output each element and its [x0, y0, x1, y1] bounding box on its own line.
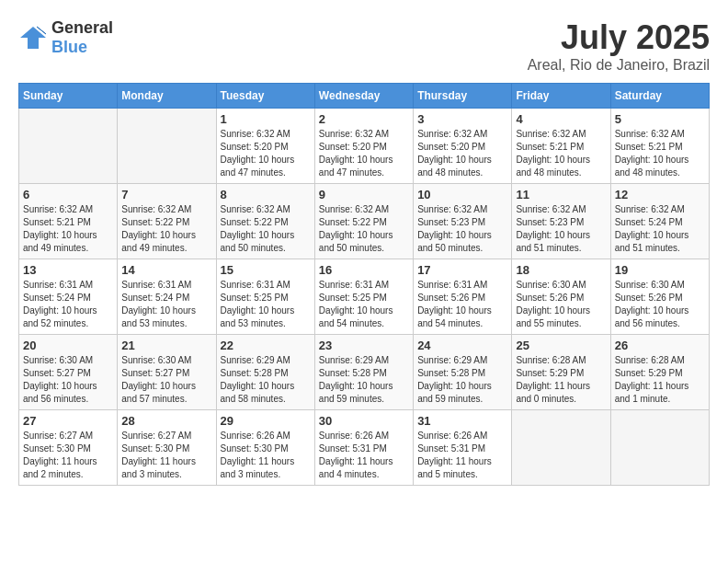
weekday-header: Thursday [414, 84, 512, 109]
calendar-cell [610, 410, 709, 486]
calendar-week-row: 1Sunrise: 6:32 AM Sunset: 5:20 PM Daylig… [19, 109, 710, 184]
day-number: 13 [23, 263, 113, 277]
title-area: July 2025 Areal, Rio de Janeiro, Brazil [528, 18, 710, 74]
logo: General Blue [18, 18, 113, 57]
day-info: Sunrise: 6:31 AM Sunset: 5:24 PM Dayligh… [121, 279, 211, 330]
calendar-cell: 9Sunrise: 6:32 AM Sunset: 5:22 PM Daylig… [314, 184, 413, 259]
day-number: 16 [319, 263, 409, 277]
calendar-cell: 4Sunrise: 6:32 AM Sunset: 5:21 PM Daylig… [512, 109, 610, 184]
calendar: SundayMondayTuesdayWednesdayThursdayFrid… [18, 83, 710, 486]
calendar-cell: 16Sunrise: 6:31 AM Sunset: 5:25 PM Dayli… [314, 259, 413, 335]
day-info: Sunrise: 6:32 AM Sunset: 5:20 PM Dayligh… [319, 128, 409, 179]
day-info: Sunrise: 6:27 AM Sunset: 5:30 PM Dayligh… [23, 430, 113, 481]
day-info: Sunrise: 6:32 AM Sunset: 5:23 PM Dayligh… [516, 203, 606, 255]
day-number: 17 [417, 263, 507, 277]
day-number: 28 [121, 414, 211, 428]
day-info: Sunrise: 6:30 AM Sunset: 5:27 PM Dayligh… [121, 354, 211, 406]
day-number: 2 [319, 112, 409, 126]
calendar-cell [19, 109, 118, 184]
calendar-cell: 11Sunrise: 6:32 AM Sunset: 5:23 PM Dayli… [512, 184, 610, 259]
day-number: 12 [615, 188, 705, 201]
day-number: 31 [417, 414, 507, 428]
calendar-cell: 7Sunrise: 6:32 AM Sunset: 5:22 PM Daylig… [118, 184, 216, 259]
day-info: Sunrise: 6:30 AM Sunset: 5:26 PM Dayligh… [516, 279, 606, 330]
day-info: Sunrise: 6:29 AM Sunset: 5:28 PM Dayligh… [221, 354, 311, 406]
calendar-week-row: 27Sunrise: 6:27 AM Sunset: 5:30 PM Dayli… [19, 410, 710, 486]
calendar-cell: 6Sunrise: 6:32 AM Sunset: 5:21 PM Daylig… [19, 184, 118, 259]
day-info: Sunrise: 6:28 AM Sunset: 5:29 PM Dayligh… [516, 354, 606, 406]
day-number: 3 [417, 112, 507, 126]
day-info: Sunrise: 6:31 AM Sunset: 5:25 PM Dayligh… [221, 279, 311, 330]
day-number: 27 [23, 414, 113, 428]
calendar-cell: 1Sunrise: 6:32 AM Sunset: 5:20 PM Daylig… [216, 109, 314, 184]
day-number: 15 [221, 263, 311, 277]
day-number: 9 [319, 188, 409, 201]
day-info: Sunrise: 6:31 AM Sunset: 5:26 PM Dayligh… [417, 279, 507, 330]
location-title: Areal, Rio de Janeiro, Brazil [528, 57, 710, 74]
day-number: 5 [615, 112, 705, 126]
month-title: July 2025 [528, 18, 710, 57]
day-number: 10 [417, 188, 507, 201]
calendar-cell: 17Sunrise: 6:31 AM Sunset: 5:26 PM Dayli… [414, 259, 512, 335]
calendar-cell: 22Sunrise: 6:29 AM Sunset: 5:28 PM Dayli… [216, 335, 314, 410]
day-info: Sunrise: 6:32 AM Sunset: 5:20 PM Dayligh… [417, 128, 507, 179]
svg-marker-0 [20, 27, 46, 49]
logo-icon [18, 25, 48, 51]
calendar-cell: 8Sunrise: 6:32 AM Sunset: 5:22 PM Daylig… [216, 184, 314, 259]
calendar-cell: 14Sunrise: 6:31 AM Sunset: 5:24 PM Dayli… [118, 259, 216, 335]
calendar-cell: 20Sunrise: 6:30 AM Sunset: 5:27 PM Dayli… [19, 335, 118, 410]
day-info: Sunrise: 6:31 AM Sunset: 5:25 PM Dayligh… [319, 279, 409, 330]
day-number: 1 [221, 112, 311, 126]
calendar-cell: 28Sunrise: 6:27 AM Sunset: 5:30 PM Dayli… [118, 410, 216, 486]
day-number: 29 [221, 414, 311, 428]
day-info: Sunrise: 6:27 AM Sunset: 5:30 PM Dayligh… [121, 430, 211, 481]
day-info: Sunrise: 6:29 AM Sunset: 5:28 PM Dayligh… [319, 354, 409, 406]
day-info: Sunrise: 6:31 AM Sunset: 5:24 PM Dayligh… [23, 279, 113, 330]
calendar-cell [118, 109, 216, 184]
header: General Blue July 2025 Areal, Rio de Jan… [18, 18, 710, 74]
weekday-header: Saturday [610, 84, 709, 109]
calendar-cell: 26Sunrise: 6:28 AM Sunset: 5:29 PM Dayli… [610, 335, 709, 410]
calendar-cell: 15Sunrise: 6:31 AM Sunset: 5:25 PM Dayli… [216, 259, 314, 335]
day-number: 11 [516, 188, 606, 201]
calendar-cell: 31Sunrise: 6:26 AM Sunset: 5:31 PM Dayli… [414, 410, 512, 486]
day-info: Sunrise: 6:32 AM Sunset: 5:24 PM Dayligh… [615, 203, 705, 255]
weekday-header: Sunday [19, 84, 118, 109]
day-number: 24 [417, 339, 507, 352]
calendar-cell: 24Sunrise: 6:29 AM Sunset: 5:28 PM Dayli… [414, 335, 512, 410]
day-info: Sunrise: 6:26 AM Sunset: 5:31 PM Dayligh… [417, 430, 507, 481]
day-info: Sunrise: 6:26 AM Sunset: 5:30 PM Dayligh… [221, 430, 311, 481]
day-number: 8 [221, 188, 311, 201]
calendar-cell: 12Sunrise: 6:32 AM Sunset: 5:24 PM Dayli… [610, 184, 709, 259]
day-info: Sunrise: 6:32 AM Sunset: 5:21 PM Dayligh… [23, 203, 113, 255]
calendar-cell: 5Sunrise: 6:32 AM Sunset: 5:21 PM Daylig… [610, 109, 709, 184]
calendar-cell: 13Sunrise: 6:31 AM Sunset: 5:24 PM Dayli… [19, 259, 118, 335]
day-number: 23 [319, 339, 409, 352]
logo-general: General [51, 18, 113, 37]
logo-blue: Blue [51, 38, 87, 56]
day-info: Sunrise: 6:30 AM Sunset: 5:26 PM Dayligh… [615, 279, 705, 330]
day-info: Sunrise: 6:32 AM Sunset: 5:22 PM Dayligh… [319, 203, 409, 255]
calendar-cell: 23Sunrise: 6:29 AM Sunset: 5:28 PM Dayli… [314, 335, 413, 410]
day-number: 21 [121, 339, 211, 352]
calendar-cell: 21Sunrise: 6:30 AM Sunset: 5:27 PM Dayli… [118, 335, 216, 410]
day-info: Sunrise: 6:29 AM Sunset: 5:28 PM Dayligh… [417, 354, 507, 406]
day-number: 30 [319, 414, 409, 428]
day-number: 4 [516, 112, 606, 126]
weekday-header: Tuesday [216, 84, 314, 109]
weekday-header: Monday [118, 84, 216, 109]
day-number: 7 [121, 188, 211, 201]
calendar-cell: 25Sunrise: 6:28 AM Sunset: 5:29 PM Dayli… [512, 335, 610, 410]
day-info: Sunrise: 6:32 AM Sunset: 5:23 PM Dayligh… [417, 203, 507, 255]
calendar-cell: 18Sunrise: 6:30 AM Sunset: 5:26 PM Dayli… [512, 259, 610, 335]
day-number: 26 [615, 339, 705, 352]
calendar-cell: 3Sunrise: 6:32 AM Sunset: 5:20 PM Daylig… [414, 109, 512, 184]
calendar-week-row: 20Sunrise: 6:30 AM Sunset: 5:27 PM Dayli… [19, 335, 710, 410]
calendar-cell: 29Sunrise: 6:26 AM Sunset: 5:30 PM Dayli… [216, 410, 314, 486]
calendar-cell: 10Sunrise: 6:32 AM Sunset: 5:23 PM Dayli… [414, 184, 512, 259]
day-number: 18 [516, 263, 606, 277]
calendar-week-row: 6Sunrise: 6:32 AM Sunset: 5:21 PM Daylig… [19, 184, 710, 259]
day-info: Sunrise: 6:32 AM Sunset: 5:22 PM Dayligh… [221, 203, 311, 255]
calendar-cell: 27Sunrise: 6:27 AM Sunset: 5:30 PM Dayli… [19, 410, 118, 486]
weekday-header: Wednesday [314, 84, 413, 109]
